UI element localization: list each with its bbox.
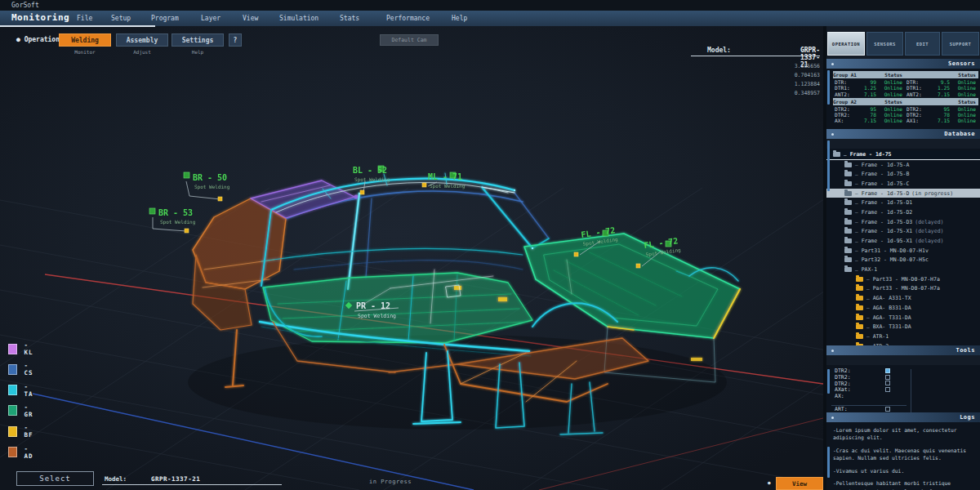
logs-section-header[interactable]: Logs <box>826 412 980 422</box>
tree-item[interactable]: AGA- T331-DA <box>826 313 980 323</box>
tree-item[interactable]: Frame - 1d-75-A <box>826 160 980 170</box>
tree-item[interactable]: Frame - 1d-95-X1(delayed) <box>826 236 980 246</box>
tree-item-label: Part33 - MN-D0-07-H7a <box>873 276 940 283</box>
tab-sensors[interactable]: SENSORS <box>866 32 903 56</box>
default-cam-button[interactable]: Default Cam <box>380 34 439 46</box>
tool-checkbox[interactable] <box>885 387 890 392</box>
weld-label-br-53[interactable]: BR - 53Spot Welding <box>149 208 196 233</box>
sensors-section-header[interactable]: Sensors <box>826 59 980 69</box>
tool-checkbox[interactable] <box>885 375 890 380</box>
weld-label-br-50[interactable]: BR - 50Spot Welding <box>184 172 230 201</box>
operation-label: ● Operation: <box>16 36 64 43</box>
tree-item-label: BXA- T331-DA <box>873 323 911 330</box>
tree-item[interactable]: Part32 - MN-D0-07-H5c <box>826 256 980 265</box>
op-button-assembly[interactable]: Assembly <box>116 33 168 47</box>
view-button[interactable]: View <box>776 477 823 490</box>
tools-section-header[interactable]: Tools <box>826 345 980 355</box>
op-sub-adjust: Adjust <box>116 49 168 55</box>
logs-scrollbar[interactable] <box>827 447 830 478</box>
tree-item[interactable]: Frame - 1d-75-D2 <box>826 207 980 217</box>
database-scrollbar[interactable] <box>827 140 830 191</box>
sensor-cell: AX: <box>833 118 858 123</box>
tools-scrollbar[interactable] <box>827 369 830 394</box>
tab-support[interactable]: SUPPORT <box>942 32 979 56</box>
tree-dash-icon <box>855 180 858 186</box>
tree-item[interactable]: BXA- T331-DA <box>826 322 980 332</box>
sensor-cell: Online <box>879 112 905 118</box>
legend-item-ta: - TA <box>8 385 37 396</box>
label-marker-icon <box>184 172 189 178</box>
legend-item-gr: - GR <box>8 405 37 416</box>
tree-item[interactable]: Frame - 1d-75 <box>826 150 980 160</box>
sensors-section-title: Sensors <box>948 60 975 67</box>
sensor-group-name: Group A1 <box>833 71 879 78</box>
weld-point-marker[interactable] <box>574 252 578 256</box>
weld-point-marker[interactable] <box>636 264 640 268</box>
database-section-header[interactable]: Database <box>826 129 980 139</box>
weld-label-sub: Spot Welding <box>430 183 466 189</box>
logs-section-title: Logs <box>960 414 975 421</box>
tab-operation[interactable]: OPERATION <box>827 32 865 56</box>
tree-item[interactable]: Frame - 1d-75-D3(delayed) <box>826 217 980 227</box>
tool-checkbox[interactable] <box>885 368 890 373</box>
readout-value: 3.555656 <box>0 62 820 71</box>
menu-item-program[interactable]: Program <box>151 15 179 22</box>
menu-item-file[interactable]: File <box>77 15 92 22</box>
tab-edit[interactable]: EDIT <box>905 32 940 56</box>
sensor-cell: 7.15 <box>858 118 879 123</box>
folder-icon <box>856 277 863 282</box>
weld-point-marker[interactable] <box>185 229 189 233</box>
tree-item-label: Frame - 1d-75-D3 <box>862 219 913 225</box>
menu-item-simulation[interactable]: Simulation <box>279 15 318 22</box>
tree-item[interactable]: PAX-1 <box>826 265 980 274</box>
select-button[interactable]: Select <box>16 471 94 486</box>
menu-item-help[interactable]: Help <box>452 15 467 22</box>
tree-item-label: Part32 - MN-D0-07-H5c <box>862 256 929 263</box>
op-button-welding[interactable]: Welding <box>59 33 111 47</box>
help-question-button[interactable]: ? <box>229 33 242 47</box>
weld-point-marker[interactable] <box>360 190 364 194</box>
sensor-row: DTR1:1.25OnlineDTR1:1.25Online <box>833 85 978 91</box>
tree-item[interactable]: Frame - 1d-75-B <box>826 169 980 179</box>
tool-row: AX: <box>826 393 980 399</box>
folder-icon <box>856 296 863 301</box>
menu-item-view[interactable]: View <box>243 15 258 22</box>
tree-item[interactable]: Frame - 1d-75-C <box>826 179 980 189</box>
legend-item-cs: - CS <box>8 363 37 375</box>
viewport-3d[interactable]: BR - 50Spot WeldingBR - 53Spot WeldingBL… <box>0 26 823 490</box>
sensors-scrollbar[interactable] <box>827 70 830 105</box>
menu-item-setup[interactable]: Setup <box>111 15 131 22</box>
tree-dash-icon <box>855 238 858 244</box>
tree-item[interactable]: Part31 - MN-D0-07-H1v <box>826 246 980 256</box>
tree-item[interactable]: Part33 - MN-D0-07-H7a <box>826 284 980 294</box>
menu-item-stats[interactable]: Stats <box>340 15 359 22</box>
sensor-cell: 1.25 <box>929 85 952 91</box>
tree-item[interactable]: ATR-1 <box>826 332 980 341</box>
menu-item-performance[interactable]: Performance <box>386 15 430 22</box>
tree-dash-icon <box>866 296 870 301</box>
tools-divider-horizontal <box>831 405 906 406</box>
tree-item[interactable]: Frame - 1d-75-X1(delayed) <box>826 227 980 237</box>
tree-item-label: Frame - 1d-75-B <box>862 171 910 177</box>
tool-checkbox[interactable] <box>885 407 890 412</box>
tree-dash-icon <box>866 305 870 310</box>
tree-item-suffix: (delayed) <box>915 228 943 234</box>
weld-label-ml-71[interactable]: ML - 71Spot Welding <box>422 172 466 189</box>
tree-item-label: Frame - 1d-75 <box>850 151 892 158</box>
weld-point-marker[interactable] <box>422 183 426 187</box>
folder-icon <box>856 305 863 310</box>
tree-item[interactable]: Part33 - MN-D0-07-H7a <box>826 274 980 284</box>
sensor-cell: DTR: <box>905 79 929 85</box>
weld-point-marker[interactable] <box>218 197 222 201</box>
tree-item-label: Part33 - MN-D0-07-H7a <box>873 285 940 292</box>
tree-item[interactable]: AGA- A331-TX <box>826 293 980 303</box>
tree-item[interactable]: AGA- B331-DA <box>826 303 980 313</box>
bottom-model-underline <box>102 484 282 485</box>
tree-item[interactable]: Frame - 1d-75-D1 <box>826 198 980 207</box>
weld-label-bl-52[interactable]: BL - 52Spot Welding <box>353 166 390 194</box>
menu-item-layer[interactable]: Layer <box>201 15 220 22</box>
tree-item[interactable]: Frame - 1d-75-D(in progress) <box>826 189 980 198</box>
op-button-settings[interactable]: Settings <box>172 33 224 47</box>
menu-item-monitoring[interactable]: Monitoring <box>11 12 69 23</box>
tool-checkbox[interactable] <box>885 381 890 385</box>
